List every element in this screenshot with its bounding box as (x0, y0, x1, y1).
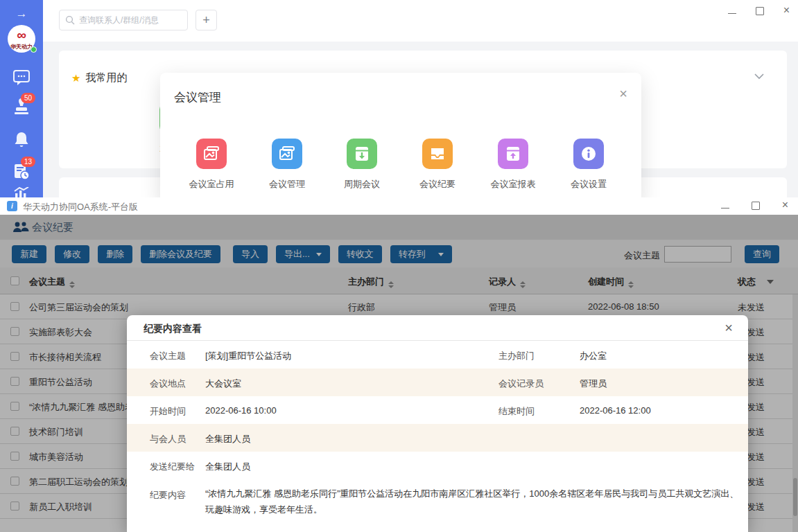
info-icon (580, 145, 597, 162)
location-value: 大会议室 (205, 378, 241, 390)
popup-title: 会议管理 (174, 89, 221, 105)
sidebar-item-notifications[interactable] (0, 130, 43, 150)
dept-value: 办公室 (580, 350, 607, 362)
end-time-value: 2022-06-16 12:00 (580, 405, 651, 416)
minimize-icon[interactable] (721, 204, 729, 209)
search-input[interactable] (79, 15, 182, 25)
close-icon[interactable]: × (783, 7, 790, 15)
popup-item-periodic-meeting[interactable]: 周期会议 (334, 139, 390, 190)
chat-icon (12, 69, 31, 86)
content-label: 纪要内容 (150, 489, 186, 502)
close-icon[interactable]: × (619, 87, 627, 100)
popup-item-label: 会议室报表 (485, 178, 541, 190)
dept-label: 主办部门 (498, 350, 535, 362)
sidebar-item-chat[interactable] (0, 69, 43, 86)
field-row: 与会人员 全集团人员 (127, 424, 748, 452)
box-up-icon (505, 145, 521, 162)
oa-window-title: 华天动力协同OA系统-平台版 (23, 201, 138, 213)
popup-item-meeting-minutes[interactable]: 会议纪要 (410, 139, 465, 190)
maximize-icon[interactable] (756, 7, 764, 15)
recorder-value: 管理员 (580, 378, 607, 390)
image-icon (279, 145, 295, 162)
bell-icon (12, 130, 31, 150)
close-icon[interactable]: × (725, 320, 733, 335)
content-value: “浓情九九聚汇雅 感恩助老乐同行”重阳节公益活动在九阳市南岸区汇雅社区举行，10… (205, 486, 740, 517)
field-row: 发送纪要给 全集团人员 (127, 452, 748, 479)
popup-item-meeting-management[interactable]: 会议管理 (259, 139, 315, 190)
search-icon (65, 15, 75, 25)
topic-label: 会议主题 (150, 350, 186, 362)
field-row: 纪要内容 “浓情九九聚汇雅 感恩助老乐同行”重阳节公益活动在九阳市南岸区汇雅社区… (127, 479, 748, 532)
maximize-icon[interactable] (752, 202, 760, 210)
field-row: 会议主题 [策划]重阳节公益活动 主办部门 办公室 (127, 341, 748, 369)
close-icon[interactable]: × (782, 202, 788, 210)
popup-item-label: 周期会议 (334, 178, 390, 190)
start-time-value: 2022-06-16 10:00 (205, 405, 277, 416)
popup-item-label: 会议设置 (561, 178, 616, 190)
end-time-label: 结束时间 (498, 405, 535, 418)
sidebar-item-schedule[interactable]: 13 (0, 162, 43, 181)
attendees-value: 全集团人员 (205, 433, 250, 445)
field-row: 会议地点 大会议室 会议记录员 管理员 (127, 369, 748, 396)
chevron-down-icon[interactable] (754, 73, 765, 80)
avatar[interactable]: ∞ 华天动力 (8, 25, 35, 53)
im-topbar: + × (43, 0, 798, 42)
image-icon (203, 145, 220, 162)
field-row: 开始时间 2022-06-16 10:00 结束时间 2022-06-16 12… (127, 396, 748, 424)
schedule-badge: 13 (21, 157, 35, 167)
favorites-title: 我常用的 (85, 71, 127, 85)
location-label: 会议地点 (150, 378, 186, 390)
start-time-label: 开始时间 (150, 405, 186, 418)
inbox-icon (429, 145, 446, 162)
popup-item-meeting-room-occupancy[interactable]: 会议室占用 (184, 139, 239, 190)
sidebar-item-approval[interactable]: 50 (0, 98, 43, 116)
popup-item-meeting-room-report[interactable]: 会议室报表 (485, 139, 541, 190)
popup-item-label: 会议管理 (259, 178, 315, 190)
send-to-value: 全集团人员 (205, 461, 250, 473)
popup-item-label: 会议室占用 (184, 178, 239, 190)
box-down-icon (354, 145, 370, 162)
collapse-arrow-icon[interactable]: → (0, 7, 43, 21)
contact-search-box[interactable] (59, 10, 188, 30)
online-status-dot (31, 46, 37, 53)
attendees-label: 与会人员 (150, 433, 186, 445)
oa-titlebar[interactable]: i 华天动力协同OA系统-平台版 × (0, 197, 798, 215)
modal-title: 纪要内容查看 (144, 323, 202, 335)
add-button[interactable]: + (196, 10, 217, 30)
oa-app-icon: i (7, 201, 17, 211)
star-icon: ★ (71, 72, 80, 85)
meeting-management-popup: 会议管理 × 会议室占用 会议管理 (160, 73, 641, 204)
minimize-icon[interactable] (728, 9, 736, 14)
minutes-view-modal: 纪要内容查看 × 会议主题 [策划]重阳节公益活动 主办部门 办公室 会议地点 … (127, 315, 748, 532)
topic-value: [策划]重阳节公益活动 (205, 350, 291, 362)
approval-badge: 50 (21, 93, 35, 103)
recorder-label: 会议记录员 (498, 378, 544, 390)
popup-item-label: 会议纪要 (410, 178, 465, 190)
popup-item-meeting-settings[interactable]: 会议设置 (561, 139, 616, 190)
send-to-label: 发送纪要给 (150, 461, 195, 473)
